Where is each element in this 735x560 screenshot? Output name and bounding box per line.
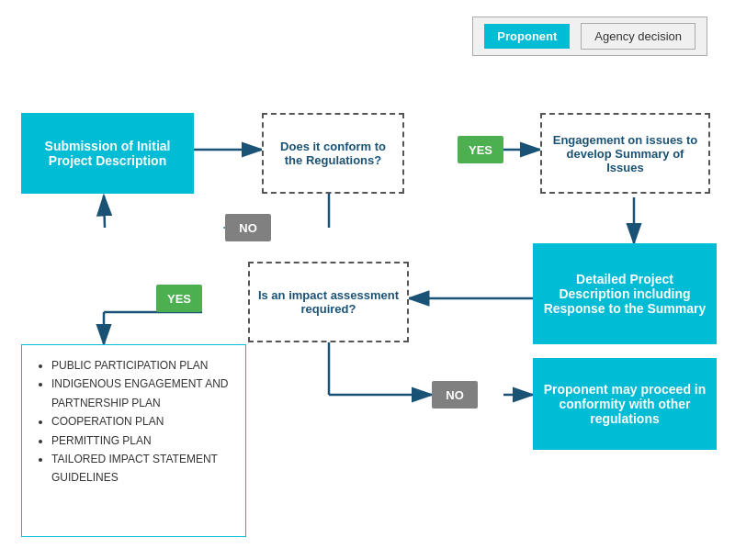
detailed-box: Detailed Project Description including R… xyxy=(533,243,717,344)
list-item: COOPERATION PLAN xyxy=(51,412,232,431)
diagram-container: Proponent Agency decision xyxy=(0,0,735,560)
no2-badge: NO xyxy=(432,381,478,409)
engagement-box: Engagement on issues to develop Summary … xyxy=(540,113,710,194)
legend-proponent: Proponent xyxy=(484,24,570,49)
yes1-badge: YES xyxy=(458,136,503,163)
proponent-proceed-box: Proponent may proceed in conformity with… xyxy=(533,358,717,450)
list-item: PUBLIC PARTICIPATION PLAN xyxy=(51,356,232,375)
list-item: INDIGENOUS ENGAGEMENT AND PARTNERSHIP PL… xyxy=(51,375,232,412)
svg-line-6 xyxy=(104,196,105,228)
submission-box: Submission of Initial Project Descriptio… xyxy=(21,113,194,194)
conforms-question-box: Does it conform to the Regulations? xyxy=(262,113,404,194)
list-items: PUBLIC PARTICIPATION PLANINDIGENOUS ENGA… xyxy=(35,356,232,487)
legend-agency: Agency decision xyxy=(581,23,695,50)
list-item: TAILORED IMPACT STATEMENT GUIDELINES xyxy=(51,450,232,487)
yes2-badge: YES xyxy=(156,285,202,312)
impact-question-box: Is an impact assessment required? xyxy=(248,262,409,342)
legend: Proponent Agency decision xyxy=(472,17,707,56)
list-box: PUBLIC PARTICIPATION PLANINDIGENOUS ENGA… xyxy=(21,344,246,537)
list-item: PERMITTING PLAN xyxy=(51,431,232,450)
no1-badge: NO xyxy=(225,214,271,241)
